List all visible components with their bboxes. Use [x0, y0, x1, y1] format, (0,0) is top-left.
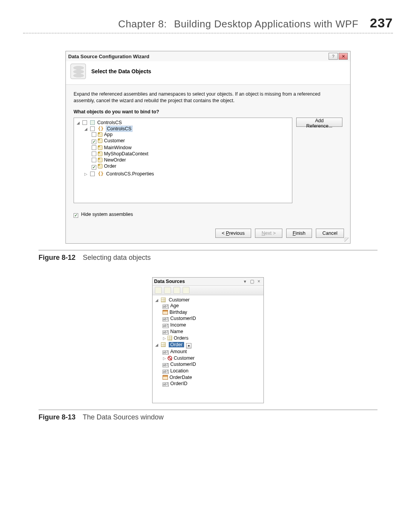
ds-label: Order: [169, 342, 184, 347]
checkbox[interactable]: [92, 158, 96, 162]
figure-caption-2: Figure 8-13 The Data Sources window: [39, 409, 377, 421]
ds-field[interactable]: ablAge: [163, 303, 261, 309]
toolbar-icon[interactable]: [155, 287, 162, 294]
checkbox[interactable]: [90, 126, 95, 131]
panel-menu-button[interactable]: ▾: [242, 279, 248, 284]
class-icon: [98, 152, 102, 156]
figure-text: Selecting data objects: [83, 254, 151, 261]
tree-label: ControlsCS: [106, 126, 133, 131]
tree-class[interactable]: NewOrder: [92, 157, 290, 163]
cancel-button[interactable]: Cancel: [316, 229, 344, 238]
hide-assemblies-checkbox[interactable]: ✓: [74, 213, 78, 218]
previous-button[interactable]: < Previous: [215, 229, 251, 238]
expander-icon[interactable]: ▷: [163, 336, 166, 340]
assembly-icon: [90, 120, 95, 125]
panel-titlebar[interactable]: Data Sources ▾ ▢ ×: [153, 278, 263, 286]
panel-close-button[interactable]: ×: [256, 279, 262, 284]
ds-field[interactable]: ablCustomerID: [163, 315, 261, 322]
tree-label: App: [104, 132, 112, 137]
data-sources-panel: Data Sources ▾ ▢ × ◢ Customer ablAge Bir…: [152, 277, 264, 403]
ds-field[interactable]: ▷Orders: [163, 335, 261, 341]
textbox-icon: abl: [163, 317, 169, 322]
ds-field[interactable]: OrderDate: [163, 374, 261, 380]
hide-assemblies-label: Hide system assemblies: [81, 212, 133, 217]
figure-number: Figure 8-13: [39, 413, 75, 421]
textbox-icon: abl: [163, 363, 169, 367]
grid-icon: [161, 342, 166, 347]
checkbox[interactable]: [92, 152, 96, 156]
page-number: 237: [370, 15, 393, 30]
expander-icon[interactable]: ◢: [84, 127, 88, 131]
dialog-titlebar[interactable]: Data Source Configuration Wizard ? ✕: [66, 51, 350, 61]
textbox-icon: abl: [163, 370, 169, 374]
checkbox[interactable]: [92, 145, 96, 150]
database-icon: [70, 64, 86, 79]
tree-label: NewOrder: [104, 157, 126, 163]
figure-number: Figure 8-12: [39, 254, 75, 261]
tree-label: MainWindow: [104, 145, 132, 150]
class-icon: [98, 158, 102, 162]
ds-field[interactable]: ablIncome: [163, 322, 261, 328]
tree-class[interactable]: ✓Customer: [92, 138, 290, 145]
checkbox[interactable]: [82, 120, 87, 125]
toolbar-icon[interactable]: [173, 287, 180, 294]
checkbox[interactable]: [90, 172, 95, 176]
ds-label: Customer: [169, 297, 190, 303]
checkbox[interactable]: [92, 132, 96, 137]
dialog-title: Data Source Configuration Wizard: [68, 54, 328, 59]
ds-node-order[interactable]: ◢ Order ▾ ablAmount ▷Customer ablCustome…: [155, 342, 261, 387]
grid-icon: [161, 298, 166, 302]
checkbox[interactable]: ✓: [92, 165, 96, 170]
ds-field[interactable]: ablName: [163, 328, 261, 335]
textbox-icon: abl: [163, 324, 169, 328]
close-button[interactable]: ✕: [339, 53, 348, 60]
toolbar-icon[interactable]: [183, 287, 190, 294]
expander-icon[interactable]: ◢: [155, 343, 159, 347]
expander-icon[interactable]: ◢: [155, 298, 159, 302]
ds-field[interactable]: ablLocation: [163, 368, 261, 374]
help-button[interactable]: ?: [329, 53, 338, 60]
class-icon: [98, 138, 102, 143]
tree-class[interactable]: App: [92, 131, 290, 138]
toolbar-icon[interactable]: [164, 287, 171, 294]
expander-icon[interactable]: ▷: [84, 172, 88, 176]
tree-label: ControlsCS: [97, 120, 122, 125]
finish-button[interactable]: Finish: [286, 229, 312, 238]
dialog-prompt: What objects do you want to bind to?: [74, 109, 342, 115]
hide-assemblies-row[interactable]: ✓ Hide system assemblies: [74, 212, 342, 218]
checkbox[interactable]: ✓: [92, 140, 96, 144]
tree-namespace[interactable]: ▷ {} ControlsCS.Properties: [84, 170, 290, 177]
chapter-title: Building Desktop Applications with WPF: [174, 18, 359, 30]
tree-label: MyShopDataContext: [104, 151, 148, 157]
expander-icon[interactable]: ▷: [163, 356, 166, 360]
figure-text: The Data Sources window: [83, 413, 164, 421]
date-icon: [163, 375, 168, 380]
dropdown-icon[interactable]: ▾: [186, 343, 191, 348]
namespace-icon: {}: [98, 171, 104, 177]
chapter-label: Chapter 8:: [118, 18, 167, 30]
tree-class[interactable]: MainWindow: [92, 145, 290, 151]
panel-pin-button[interactable]: ▢: [249, 279, 255, 284]
tree-assembly[interactable]: ◢ ControlsCS ◢ {} ControlsCS App: [76, 120, 290, 177]
ds-field[interactable]: Birthday: [163, 309, 261, 315]
date-icon: [163, 310, 168, 315]
ds-field[interactable]: ▷Customer: [163, 355, 261, 361]
dialog-heading: Select the Data Objects: [91, 68, 151, 74]
dialog-footer: < Previous Next > Finish Cancel: [66, 225, 350, 243]
tree-class[interactable]: ✓Order: [92, 163, 290, 170]
tree-namespace[interactable]: ◢ {} ControlsCS App ✓Customer MainWindow…: [84, 125, 290, 170]
add-reference-button[interactable]: Add Reference...: [296, 118, 342, 127]
textbox-icon: abl: [163, 350, 169, 355]
object-tree[interactable]: ◢ ControlsCS ◢ {} ControlsCS App: [74, 118, 292, 203]
dialog-instruction: Expand the referenced assemblies and nam…: [74, 91, 342, 104]
panel-body[interactable]: ◢ Customer ablAge Birthday ablCustomerID…: [153, 295, 263, 403]
resize-grip-icon[interactable]: [344, 237, 349, 242]
tree-class[interactable]: MyShopDataContext: [92, 151, 290, 157]
ds-field[interactable]: ablOrderID: [163, 380, 261, 387]
page-header: Chapter 8: Building Desktop Applications…: [23, 15, 393, 34]
data-source-wizard-dialog: Data Source Configuration Wizard ? ✕ Sel…: [65, 51, 351, 244]
ds-node-customer[interactable]: ◢ Customer ablAge Birthday ablCustomerID…: [155, 297, 261, 342]
ds-field[interactable]: ablAmount: [163, 348, 261, 355]
ds-field[interactable]: ablCustomerID: [163, 361, 261, 368]
expander-icon[interactable]: ◢: [76, 121, 80, 125]
